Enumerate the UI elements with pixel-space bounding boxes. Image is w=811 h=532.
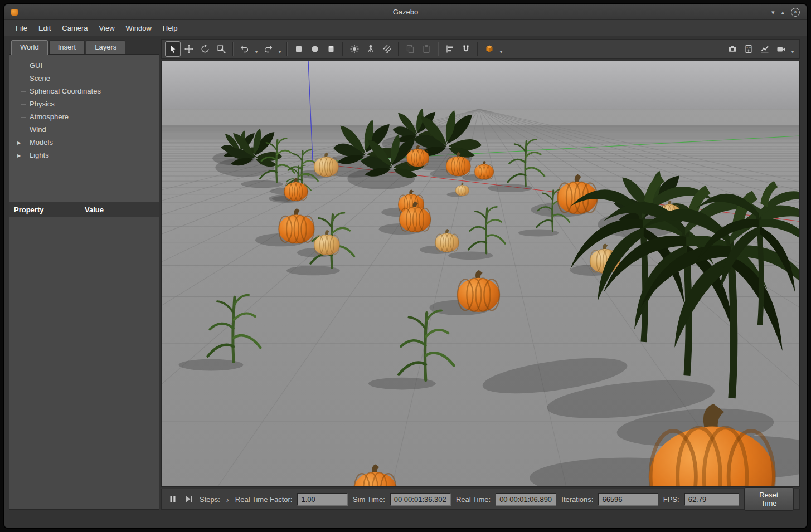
camera-icon bbox=[727, 44, 737, 54]
select-arrow-icon bbox=[168, 44, 178, 54]
insert-box-button[interactable] bbox=[291, 41, 307, 57]
property-table-body bbox=[9, 217, 159, 509]
select-tool-button[interactable] bbox=[165, 41, 181, 57]
undo-icon bbox=[240, 44, 250, 54]
simulation-status-bar: Steps: › Real Time Factor: 1.00 Sim Time… bbox=[161, 489, 800, 510]
snap-button[interactable] bbox=[458, 41, 474, 57]
menu-bar: File Edit Camera View Window Help bbox=[4, 20, 807, 36]
pause-icon bbox=[168, 495, 177, 504]
rotate-icon bbox=[200, 44, 210, 54]
toolbar-separator bbox=[286, 42, 288, 56]
redo-dropdown-caret[interactable]: ▾ bbox=[276, 41, 283, 57]
tab-layers[interactable]: Layers bbox=[86, 40, 125, 54]
svg-text:LOG: LOG bbox=[746, 46, 751, 49]
point-light-button[interactable] bbox=[347, 41, 362, 57]
view-angle-button[interactable] bbox=[482, 41, 497, 57]
video-record-button[interactable] bbox=[773, 41, 789, 57]
window-title: Gazebo bbox=[4, 8, 807, 16]
magnet-icon bbox=[461, 44, 471, 54]
undo-button[interactable] bbox=[237, 41, 252, 57]
maximize-icon[interactable]: ▴ bbox=[781, 8, 784, 16]
tree-item-lights[interactable]: ▶Lights bbox=[9, 149, 159, 162]
tree-item-atmosphere[interactable]: Atmosphere bbox=[9, 110, 159, 123]
translate-tool-button[interactable] bbox=[181, 41, 197, 57]
insert-sphere-button[interactable] bbox=[307, 41, 323, 57]
menu-file[interactable]: File bbox=[10, 22, 33, 35]
sky bbox=[162, 61, 799, 109]
toolbar-separator bbox=[477, 42, 478, 56]
steps-spinner[interactable]: › bbox=[225, 495, 230, 504]
plot-button[interactable] bbox=[757, 41, 773, 57]
tree-item-physics[interactable]: Physics bbox=[9, 97, 159, 110]
real-time-factor-label: Real Time Factor: bbox=[235, 495, 293, 504]
align-button[interactable] bbox=[442, 41, 458, 57]
step-button[interactable] bbox=[183, 494, 195, 505]
reset-time-button[interactable]: Reset Time bbox=[744, 487, 794, 511]
left-panel: World Insert Layers GUI Scene Spherical … bbox=[9, 39, 159, 510]
copy-button[interactable] bbox=[402, 41, 418, 57]
property-table-header: Property Value bbox=[9, 202, 159, 217]
undo-dropdown-caret[interactable]: ▾ bbox=[253, 41, 260, 57]
tab-insert[interactable]: Insert bbox=[49, 40, 85, 54]
tree-item-wind[interactable]: Wind bbox=[9, 123, 159, 136]
pause-button[interactable] bbox=[167, 494, 178, 505]
real-time-factor-value: 1.00 bbox=[297, 493, 348, 506]
viewport-canvas[interactable] bbox=[162, 61, 799, 486]
steps-label: Steps: bbox=[200, 495, 220, 504]
property-column-header: Property bbox=[9, 202, 80, 217]
iterations-label: Iterations: bbox=[561, 495, 593, 504]
expand-caret-icon[interactable]: ▶ bbox=[17, 153, 21, 158]
minimize-icon[interactable]: ▾ bbox=[771, 8, 775, 16]
directional-light-button[interactable] bbox=[379, 41, 395, 57]
title-bar[interactable]: Gazebo ▾ ▴ × bbox=[4, 4, 807, 20]
paste-button[interactable] bbox=[419, 41, 434, 57]
world-panel: GUI Scene Spherical Coordinates Physics … bbox=[9, 54, 159, 510]
close-icon[interactable]: × bbox=[791, 8, 800, 17]
menu-camera[interactable]: Camera bbox=[56, 22, 93, 35]
tree-item-models[interactable]: ▶Models bbox=[9, 136, 159, 149]
insert-cylinder-button[interactable] bbox=[323, 41, 339, 57]
cylinder-icon bbox=[326, 44, 336, 54]
view-cube-icon bbox=[484, 44, 494, 54]
world-tree: GUI Scene Spherical Coordinates Physics … bbox=[9, 55, 159, 167]
menu-window[interactable]: Window bbox=[120, 22, 157, 35]
render-toolbar: ▾ ▾ bbox=[161, 39, 800, 59]
directional-light-icon bbox=[382, 44, 392, 54]
redo-button[interactable] bbox=[260, 41, 276, 57]
video-dropdown-caret[interactable]: ▾ bbox=[789, 41, 796, 57]
redo-icon bbox=[263, 44, 273, 54]
real-time-value: 00 00:01:06.890 bbox=[496, 493, 556, 506]
log-record-button[interactable]: LOG bbox=[741, 41, 756, 57]
step-icon bbox=[184, 495, 193, 504]
paste-icon bbox=[421, 44, 431, 54]
toolbar-separator bbox=[342, 42, 343, 56]
toolbar-separator bbox=[232, 42, 234, 56]
fps-label: FPS: bbox=[663, 495, 679, 504]
video-camera-icon bbox=[776, 44, 786, 54]
panel-tabs: World Insert Layers bbox=[9, 39, 159, 54]
tree-item-spherical-coordinates[interactable]: Spherical Coordinates bbox=[9, 85, 159, 97]
iterations-value: 66596 bbox=[598, 493, 658, 506]
sim-time-value: 00 00:01:36.302 bbox=[390, 493, 451, 506]
menu-view[interactable]: View bbox=[94, 22, 120, 35]
toolbar-separator bbox=[438, 42, 439, 56]
menu-help[interactable]: Help bbox=[157, 22, 183, 35]
point-light-icon bbox=[349, 44, 360, 54]
tree-item-gui[interactable]: GUI bbox=[9, 59, 159, 72]
menu-edit[interactable]: Edit bbox=[33, 22, 56, 35]
fps-value: 62.79 bbox=[684, 493, 739, 506]
real-time-label: Real Time: bbox=[456, 495, 491, 504]
expand-caret-icon[interactable]: ▶ bbox=[17, 140, 21, 145]
value-column-header: Value bbox=[80, 206, 104, 214]
rotate-tool-button[interactable] bbox=[197, 41, 213, 57]
toolbar-separator bbox=[398, 42, 399, 56]
view-angle-dropdown-caret[interactable]: ▾ bbox=[498, 41, 504, 57]
screenshot-button[interactable] bbox=[725, 41, 740, 57]
scale-icon bbox=[216, 44, 226, 54]
plot-icon bbox=[760, 44, 770, 54]
tab-world[interactable]: World bbox=[11, 40, 48, 55]
copy-icon bbox=[405, 44, 415, 54]
scale-tool-button[interactable] bbox=[213, 41, 229, 57]
spot-light-button[interactable] bbox=[363, 41, 378, 57]
tree-item-scene[interactable]: Scene bbox=[9, 72, 159, 85]
